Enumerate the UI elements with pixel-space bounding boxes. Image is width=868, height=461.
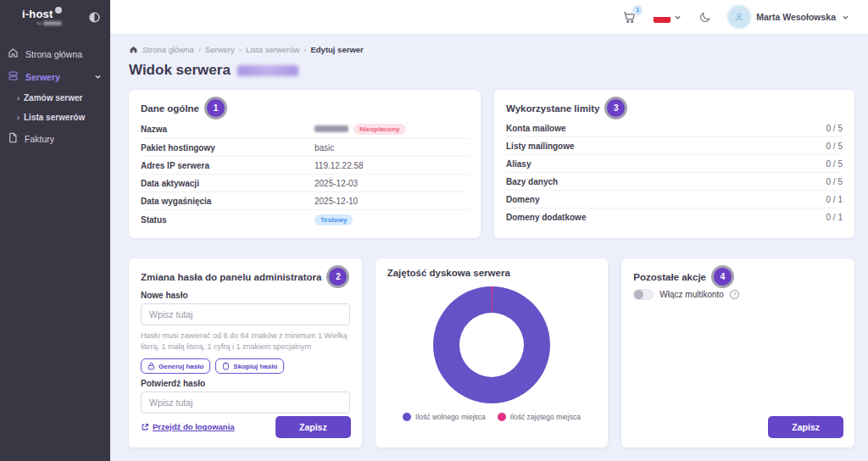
sidebar-item-invoices[interactable]: Faktury [0, 127, 110, 150]
sidebar-item-label: Serwery [25, 72, 87, 82]
step-badge: 4 [714, 268, 732, 286]
breadcrumb-item-home[interactable]: Strona główna [142, 45, 194, 54]
sidebar: i-host by Strona główna Serwery [0, 0, 110, 461]
breadcrumb-separator: › [303, 45, 306, 54]
step-badge: 2 [329, 268, 347, 286]
sidebar-item-home[interactable]: Strona główna [0, 42, 110, 65]
sidebar-collapse-icon[interactable] [89, 12, 100, 23]
limit-row: Domeny0 / 1 [506, 191, 843, 208]
main-area: 1 Marta Wesołowska Strona główna › [110, 0, 868, 461]
breadcrumb-item-current: Edytuj serwer [310, 45, 363, 54]
legend-item-free: Ilość wolnego miejsca [403, 413, 486, 421]
invoice-icon [8, 132, 18, 145]
sidebar-item-label: Faktury [25, 134, 102, 144]
cart-button[interactable]: 1 [622, 10, 637, 25]
poland-flag-icon [654, 12, 670, 23]
card-other-actions: Pozostałe akcje 4 Włącz multikonto ? Zap… [621, 258, 854, 447]
card-title: Pozostałe akcje 4 [633, 268, 843, 286]
card-title: Wykorzystane limity 3 [506, 99, 843, 117]
sidebar-nav: Strona główna Serwery › Zamów serwer › L… [0, 42, 110, 150]
limit-row: Listy mailingowe0 / 5 [506, 137, 843, 155]
card-admin-password: Zmiana hasła do panelu administratora 2 … [129, 258, 362, 447]
copy-password-button[interactable]: Skopiuj hasło [215, 358, 284, 374]
app-logo: i-host by [22, 8, 62, 25]
page-content: Strona główna › Serwery › Lista serwerów… [110, 34, 868, 461]
chevron-down-icon [94, 72, 102, 82]
step-badge: 3 [607, 99, 625, 117]
avatar [728, 6, 750, 28]
brand-byline: by [36, 21, 61, 25]
breadcrumb-home-icon [129, 45, 138, 54]
detail-row: Pakiet hostingowy basic [141, 139, 469, 157]
save-actions-button[interactable]: Zapisz [768, 416, 843, 438]
server-icon [8, 70, 19, 83]
breadcrumb: Strona główna › Serwery › Lista serwerów… [129, 45, 854, 54]
password-hint: Hasło musi zawierać od 8 do 64 znaków z … [141, 330, 350, 352]
cart-badge: 1 [632, 5, 643, 15]
user-menu[interactable]: Marta Wesołowska [728, 6, 849, 28]
generate-password-button[interactable]: Generuj hasło [141, 358, 210, 374]
sidebar-item-server-list[interactable]: › Lista serwerów [0, 108, 110, 127]
topbar: 1 Marta Wesołowska [110, 0, 868, 34]
legend-item-used: Ilość zajętego miejsca [498, 413, 581, 421]
chevron-down-icon [842, 14, 849, 21]
home-icon [8, 47, 19, 60]
new-password-label: Nowe hasło [141, 291, 350, 300]
card-title: Zmiana hasła do panelu administratora 2 [141, 268, 350, 286]
breadcrumb-item-servers[interactable]: Serwery [205, 45, 235, 54]
redacted-server-name [314, 125, 348, 132]
chevron-right-icon: › [17, 114, 19, 122]
toggle-knob [634, 290, 643, 299]
multikonto-label: Włącz multikonto [659, 290, 724, 299]
multikonto-toggle[interactable] [633, 289, 654, 300]
chevron-right-icon: › [17, 94, 19, 103]
sidebar-item-servers[interactable]: Serwery [0, 65, 110, 88]
logo-globe-icon [55, 7, 62, 14]
sidebar-item-label: Strona główna [25, 49, 102, 59]
page-title: Widok serwera [129, 62, 854, 79]
detail-row: Data wygaśnięcia 2025-12-10 [141, 192, 469, 210]
step-badge: 1 [207, 99, 225, 117]
limit-row: Domeny dodatkowe0 / 1 [506, 208, 843, 225]
card-general-data: Dane ogólne 1 Nazwa Nieopłacony Pakiet h… [129, 90, 481, 238]
detail-row: Adres IP serwera 119.12.22.58 [141, 157, 469, 175]
breadcrumb-separator: › [198, 45, 201, 54]
status-badge-test: Testowy [314, 214, 353, 225]
app-window: i-host by Strona główna Serwery [0, 0, 868, 461]
sidebar-header: i-host by [0, 0, 110, 34]
redacted-byline [43, 21, 62, 25]
external-link-icon [141, 423, 149, 431]
limit-row: Bazy danych0 / 5 [506, 173, 843, 191]
status-badge-unpaid: Nieopłacony [353, 124, 406, 135]
chart-legend: Ilość wolnego miejsca Ilość zajętego mie… [387, 413, 597, 421]
sidebar-subitem-label: Lista serwerów [24, 113, 85, 122]
language-selector[interactable] [654, 12, 682, 23]
disk-donut [433, 286, 550, 403]
person-icon [733, 11, 745, 23]
legend-dot-used [498, 413, 506, 421]
card-disk-usage: Zajętość dyskowa serwera Ilość wolnego m… [376, 258, 609, 447]
breadcrumb-separator: › [239, 45, 242, 54]
limit-row: Aliasy0 / 5 [506, 155, 843, 173]
sidebar-subitem-label: Zamów serwer [24, 93, 82, 103]
new-password-input[interactable] [141, 303, 350, 325]
confirm-password-input[interactable] [141, 392, 350, 414]
sidebar-item-order-server[interactable]: › Zamów serwer [0, 88, 110, 108]
detail-row: Status Testowy [141, 210, 469, 229]
redacted-server-name [237, 65, 298, 76]
moon-icon [698, 11, 711, 24]
dark-mode-toggle[interactable] [698, 11, 711, 24]
legend-dot-free [403, 413, 411, 421]
detail-row: Data aktywacji 2025-12-03 [141, 175, 469, 192]
chevron-down-icon [674, 14, 682, 21]
card-used-limits: Wykorzystane limity 3 Konta mailowe0 / 5… [494, 90, 854, 238]
go-to-login-link[interactable]: Przejdź do logowania [141, 422, 235, 431]
confirm-password-label: Potwierdź hasło [141, 379, 350, 388]
brand-name: i-host [22, 8, 53, 19]
card-title: Zajętość dyskowa serwera [387, 268, 597, 278]
limit-row: Konta mailowe0 / 5 [506, 119, 843, 137]
clipboard-icon [222, 362, 230, 370]
save-password-button[interactable]: Zapisz [275, 416, 351, 438]
info-icon[interactable]: ? [730, 290, 739, 299]
breadcrumb-item-server-list[interactable]: Lista serwerów [246, 45, 299, 54]
